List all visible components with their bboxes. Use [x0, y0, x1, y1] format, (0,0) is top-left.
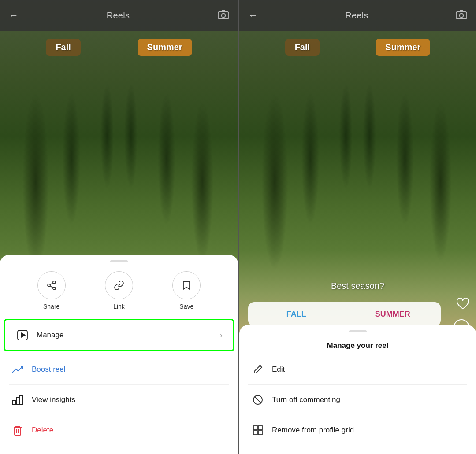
commenting-label: Turn off commenting: [272, 395, 340, 404]
svg-rect-11: [20, 395, 22, 405]
manage-sheet-handle: [349, 330, 367, 332]
svg-point-2: [53, 281, 56, 284]
manage-reel-title: Manage your reel: [239, 341, 476, 350]
edit-icon: [252, 363, 264, 376]
save-circle: [172, 271, 201, 299]
left-summer-tag: Summer: [138, 39, 192, 56]
boost-icon: [11, 362, 25, 376]
boost-label: Boost reel: [32, 365, 227, 374]
svg-rect-22: [258, 431, 262, 435]
left-season-tags: Fall Summer: [0, 39, 238, 56]
heart-button[interactable]: [456, 298, 469, 313]
svg-rect-20: [258, 426, 262, 430]
save-label: Save: [179, 303, 193, 310]
save-button[interactable]: Save: [172, 271, 201, 310]
no-comment-icon: [252, 394, 264, 406]
right-header: ← Reels: [239, 0, 476, 31]
right-summer-tag: Summer: [376, 39, 430, 56]
manage-menu-item[interactable]: Manage ›: [4, 319, 234, 351]
delete-item[interactable]: Delete: [0, 415, 238, 445]
link-label: Link: [113, 303, 125, 310]
action-buttons-row: Share Link Save: [0, 271, 238, 310]
right-back-button[interactable]: ←: [248, 10, 258, 21]
commenting-item[interactable]: Turn off commenting: [239, 385, 476, 415]
manage-reel-sheet: Manage your reel Edit Turn off commentin…: [239, 325, 476, 454]
left-header-title: Reels: [107, 11, 130, 21]
svg-rect-9: [13, 400, 15, 405]
share-label: Share: [43, 303, 60, 310]
insights-icon: [11, 393, 25, 407]
svg-rect-10: [16, 398, 19, 405]
link-button[interactable]: Link: [105, 271, 133, 310]
view-insights-item[interactable]: View insights: [0, 385, 238, 415]
right-season-tags: Fall Summer: [239, 39, 476, 56]
edit-label: Edit: [272, 365, 285, 374]
svg-point-16: [459, 13, 463, 17]
svg-rect-15: [456, 12, 467, 19]
delete-icon: [11, 423, 25, 437]
boost-reel-item[interactable]: Boost reel: [0, 354, 238, 384]
grid-icon: [252, 424, 264, 436]
right-header-title: Reels: [345, 11, 368, 21]
link-circle: [105, 271, 133, 299]
profile-grid-label: Remove from profile grid: [272, 426, 354, 435]
svg-point-3: [48, 284, 50, 287]
svg-point-1: [221, 13, 225, 17]
svg-point-4: [53, 287, 56, 290]
poll-summer-option[interactable]: SUMMER: [345, 302, 441, 326]
poll-options: FALL SUMMER: [248, 302, 441, 326]
delete-label: Delete: [32, 426, 227, 435]
manage-label: Manage: [37, 331, 220, 340]
share-circle: [37, 271, 66, 299]
svg-line-6: [50, 283, 53, 285]
share-button[interactable]: Share: [37, 271, 66, 310]
left-bottom-sheet: Share Link Save: [0, 255, 238, 454]
left-header: ← Reels: [0, 0, 238, 31]
sheet-handle: [110, 260, 128, 262]
left-fall-tag: Fall: [46, 39, 80, 56]
left-panel: ← Reels Fall Summer: [0, 0, 238, 454]
poll-question: Best season?: [239, 281, 476, 291]
right-camera-icon[interactable]: [456, 10, 467, 22]
left-back-button[interactable]: ←: [9, 10, 19, 21]
manage-chevron-icon: ›: [220, 331, 223, 340]
edit-item[interactable]: Edit: [239, 354, 476, 384]
profile-grid-item[interactable]: Remove from profile grid: [239, 415, 476, 445]
svg-line-5: [50, 286, 53, 288]
manage-icon: [15, 328, 30, 342]
svg-rect-12: [15, 427, 21, 435]
insights-label: View insights: [32, 395, 227, 404]
right-panel: ← Reels Fall Summer Best season? FALL SU…: [238, 0, 476, 454]
right-fall-tag: Fall: [285, 39, 320, 56]
left-camera-icon[interactable]: [218, 10, 229, 22]
svg-line-18: [255, 397, 261, 403]
svg-rect-21: [253, 431, 257, 435]
svg-marker-8: [21, 333, 25, 337]
poll-fall-option[interactable]: FALL: [248, 302, 345, 326]
svg-rect-19: [253, 426, 257, 430]
svg-rect-0: [218, 12, 229, 19]
